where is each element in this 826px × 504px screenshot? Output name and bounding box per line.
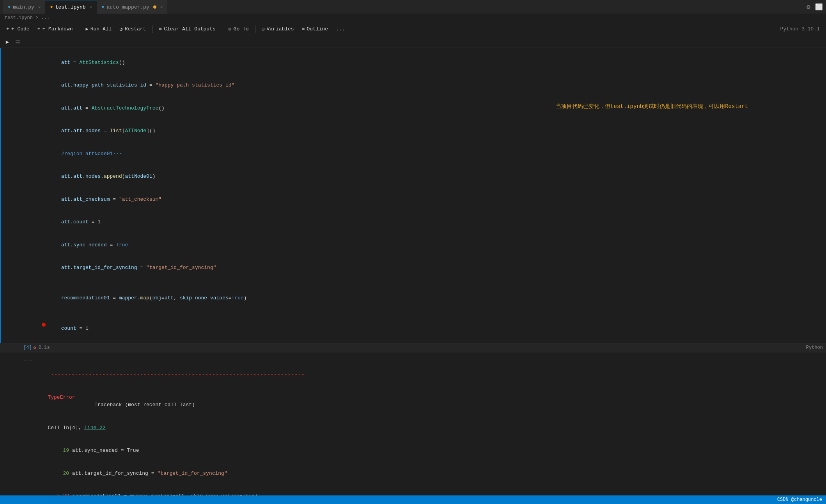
cell-ref-line: Cell In[4], line 22 [23,416,823,439]
tb-line-20: 20 att.target_id_for_syncing = "target_i… [23,462,823,485]
goto-icon: ⊕ [229,26,232,32]
gear-icon[interactable]: ⚙ [807,3,810,11]
code-line-8: att.count = 1 [25,211,824,234]
notebook-content[interactable]: ▶ att = AttStatistics() att.happy_path_s… [0,36,826,495]
plus-icon: + [6,26,9,32]
error-type-line: TypeError Traceback (most recent call la… [23,386,823,416]
markdown-label: + Markdown [42,26,73,32]
close-icon-test[interactable]: ✕ [90,5,92,10]
code-line-9: att.sync_needed = True [25,233,824,256]
stop-icon: ⊘ [34,345,36,351]
code-line-2: att.happy_path_statistics_id = "happy_pa… [25,74,824,97]
layout-icon[interactable]: ⬜ [815,3,823,11]
csdn-attribution: CSDN @changuncle [777,497,822,502]
restart-button[interactable]: ↺ Restart [116,24,149,34]
close-icon[interactable]: ✕ [38,5,41,10]
plus-markdown-icon: + [37,26,41,32]
variables-icon: ⊞ [262,26,265,32]
title-bar: ● main.py ✕ ● test.ipynb ✕ ● auto_mapper… [0,0,826,14]
clear-icon: ≡ [159,26,162,32]
breakpoint-indicator [42,323,46,327]
add-markdown-button[interactable]: + + Markdown [34,24,76,34]
code-cell-4: att = AttStatistics() att.happy_path_sta… [0,48,826,343]
outline-icon: ≡ [302,26,305,32]
restart-icon: ↺ [119,26,122,32]
tab-label-mapper: auto_mapper.py [106,4,149,10]
code-line-13: count = 1 [25,309,824,340]
tb-line-19: 19 att.sync_needed = True [23,439,823,462]
toolbar-sep-4 [255,25,255,33]
py-icon: ● [8,4,11,10]
status-bar: CSDN @changuncle [0,495,826,504]
add-code-label: + Code [11,26,30,32]
outline-button[interactable]: ≡ Outline [299,24,331,34]
cell-expand-icon[interactable] [15,39,21,45]
breadcrumb-text: test.ipynb > ... [5,15,50,21]
code-line-3: att.att = AbstractTechnologyTree() [25,97,824,120]
toolbar: + + Code + + Markdown ▶ Run All ↺ Restar… [0,22,826,36]
dashed-separator: ----------------------------------------… [23,363,823,386]
add-code-button[interactable]: + + Code [3,24,33,34]
cell-status-bar: [4] ⊘ 0.1s Python [0,343,826,352]
modified-dot [153,5,156,9]
output-area: ... ------------------------------------… [0,352,826,495]
tab-label-test: test.ipynb [55,4,86,10]
python-version[interactable]: Python 3.10.1 [780,26,820,32]
breadcrumb: test.ipynb > ... [0,14,826,22]
code-line-12: recommendation01 = mapper.map(obj=att, s… [25,287,824,310]
run-all-icon: ▶ [85,26,88,32]
more-button[interactable]: ... [333,24,348,34]
clear-label: Clear All Outputs [164,26,216,32]
error-output: ... ------------------------------------… [23,355,823,495]
title-bar-controls: ⚙ ⬜ [807,3,823,11]
restart-label: Restart [125,26,146,32]
run-all-button[interactable]: ▶ Run All [82,24,115,34]
status-bar-right: CSDN @changuncle [777,497,822,502]
tab-test-ipynb[interactable]: ● test.ipynb ✕ [45,0,97,14]
tab-auto-mapper[interactable]: ● auto_mapper.py ✕ [97,0,167,14]
clear-all-button[interactable]: ≡ Clear All Outputs [156,24,218,34]
cell-time: 0.1s [39,345,50,350]
close-icon-mapper[interactable]: ✕ [160,5,163,10]
more-label: ... [336,26,345,32]
code-line-11 [25,279,824,287]
code-line-1: att = AttStatistics() [25,51,824,74]
cell-toolbar: ▶ [0,36,826,48]
tab-main-py[interactable]: ● main.py ✕ [3,0,45,14]
code-line-6: att.att.nodes.append(attNode01) [25,165,824,188]
ipynb-icon: ● [50,4,53,10]
tb-line-22-arrow: ---> 22 recommendation01 = mapper.map(ob… [23,485,823,496]
code-block[interactable]: att = AttStatistics() att.happy_path_sta… [1,48,826,343]
toolbar-sep-3 [222,25,222,33]
goto-button[interactable]: ⊕ Go To [225,24,252,34]
outline-label: Outline [307,26,328,32]
toolbar-sep-1 [79,25,79,33]
cell-run-button[interactable]: ▶ [3,38,12,46]
code-line-7: att.att_checksum = "att_checksum" [25,188,824,211]
toolbar-sep-2 [152,25,152,33]
code-line-4: att.att.nodes = list[ATTNode]() [25,120,824,143]
cell-number-badge: [4] [23,345,32,350]
output-dots-1: ... [23,355,823,363]
tab-label-main: main.py [13,4,34,10]
variables-button[interactable]: ⊞ Variables [259,24,297,34]
automapper-icon: ● [101,4,104,10]
cell-lang: Python [806,345,823,350]
code-line-10: att.target_id_for_syncing = "target_id_f… [25,256,824,279]
code-line-5: #region attNode01··· [25,142,824,165]
variables-label: Variables [266,26,294,32]
goto-label: Go To [234,26,249,32]
run-all-label: Run All [90,26,112,32]
